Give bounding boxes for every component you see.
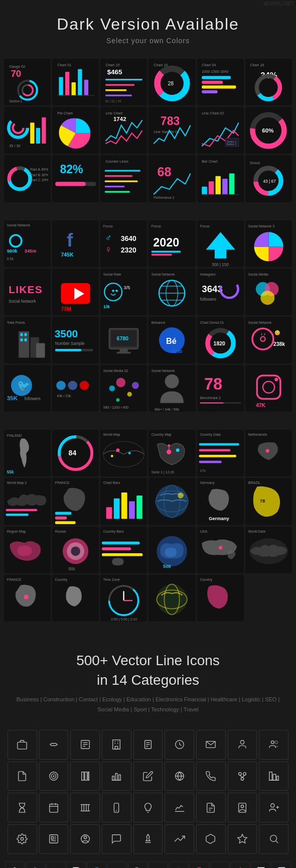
charts-section: Gauge 02 70 Section 1 Chart 01 bbox=[0, 55, 296, 206]
map-cell-globe-3d bbox=[149, 478, 195, 525]
svg-rect-226 bbox=[106, 508, 112, 519]
small-icon-list: 📋 bbox=[26, 861, 45, 868]
small-icon-diamond: ♦ bbox=[149, 861, 168, 868]
svg-text:00c: 00c bbox=[69, 567, 75, 571]
icon-chart-bar bbox=[102, 762, 131, 791]
map-cell-usa: USA bbox=[197, 527, 244, 573]
svg-text:Focus: Focus bbox=[200, 224, 209, 227]
large-icons-grid bbox=[0, 725, 296, 859]
svg-rect-8 bbox=[59, 77, 63, 95]
svg-text:78: 78 bbox=[260, 499, 265, 504]
svg-rect-79 bbox=[229, 173, 234, 194]
svg-line-304 bbox=[242, 775, 245, 778]
chart-cell-9: Line Chart 1742 bbox=[100, 107, 147, 154]
svg-rect-78 bbox=[222, 179, 227, 194]
chart-cell-13: Part A 45% Part B 30% Part C 25% bbox=[4, 155, 51, 202]
svg-point-180 bbox=[116, 398, 120, 402]
svg-rect-309 bbox=[50, 804, 58, 812]
svg-rect-41 bbox=[36, 128, 40, 144]
svg-text:Germany: Germany bbox=[209, 516, 229, 521]
svg-point-173 bbox=[80, 381, 89, 390]
svg-text:Social Network: Social Network bbox=[7, 223, 31, 226]
svg-rect-229 bbox=[129, 502, 135, 519]
svg-point-38 bbox=[13, 122, 23, 133]
svg-point-286 bbox=[271, 741, 274, 744]
svg-text:580 / 1260 / 400: 580 / 1260 / 400 bbox=[103, 406, 128, 409]
svg-rect-296 bbox=[119, 775, 121, 780]
svg-text:3500: 3500 bbox=[55, 328, 78, 339]
svg-point-264 bbox=[157, 584, 188, 614]
map-cell-pins: Country Map Serie 1 | 12.20 bbox=[149, 430, 195, 476]
svg-point-206 bbox=[176, 448, 180, 452]
svg-rect-40 bbox=[30, 122, 34, 144]
svg-text:2020: 2020 bbox=[154, 236, 180, 249]
svg-point-325 bbox=[241, 805, 244, 808]
svg-marker-104 bbox=[206, 232, 235, 258]
map-cell-russia: Russia 00c bbox=[52, 527, 99, 573]
icon-target bbox=[39, 762, 69, 791]
icon-pillars bbox=[70, 793, 100, 822]
map-cell-red-country: Country bbox=[197, 575, 244, 622]
svg-point-289 bbox=[51, 774, 56, 778]
icon-star bbox=[228, 824, 257, 854]
svg-text:Social Network: Social Network bbox=[152, 273, 175, 276]
svg-text:73M: 73M bbox=[61, 306, 72, 312]
chart-cell-7: 35 / 30 bbox=[4, 107, 51, 154]
social-cell-youtube: 73M bbox=[52, 269, 99, 315]
svg-rect-140 bbox=[21, 338, 23, 341]
map-cell-bars-colored: Chart Bars bbox=[100, 478, 147, 525]
svg-rect-224 bbox=[55, 522, 76, 525]
svg-text:81 | 01 | 44: 81 | 01 | 44 bbox=[105, 99, 121, 103]
svg-text:Social Rate: Social Rate bbox=[103, 273, 121, 276]
svg-text:♂: ♂ bbox=[105, 232, 112, 242]
small-icons-grid-1: 🏦 📋 🐾 📝 👤 ↑ 🔍 ♦ 🏢 🚫 ✉ 📤 📊 📉 bbox=[0, 859, 296, 868]
small-icon-bank: 🏦 bbox=[5, 861, 25, 868]
icon-mobile bbox=[102, 793, 131, 822]
map-cell-world-2: World Map 2 bbox=[4, 478, 51, 525]
svg-rect-30 bbox=[202, 85, 236, 88]
svg-text:Social Network 3: Social Network 3 bbox=[248, 224, 274, 227]
icon-address-book bbox=[228, 793, 257, 822]
chart-cell-14: 82% bbox=[52, 155, 99, 202]
svg-text:Chart Donut 01: Chart Donut 01 bbox=[200, 321, 223, 324]
svg-text:Focus: Focus bbox=[103, 224, 113, 227]
svg-rect-222 bbox=[55, 512, 72, 515]
map-cell-france-2: FRANCE bbox=[4, 575, 51, 622]
svg-rect-139 bbox=[25, 333, 27, 336]
svg-rect-307 bbox=[276, 776, 278, 780]
svg-text:Social Network: Social Network bbox=[248, 321, 272, 324]
chart-cell-17: Bar Chart bbox=[197, 155, 244, 202]
svg-rect-145 bbox=[55, 349, 81, 351]
section-sep-2 bbox=[0, 416, 296, 426]
section-sep-1 bbox=[0, 206, 296, 216]
svg-text:$465: $465 bbox=[107, 68, 122, 76]
icon-clock bbox=[165, 730, 194, 760]
svg-text:Line Chart: Line Chart bbox=[105, 111, 122, 115]
svg-text:♀: ♀ bbox=[105, 244, 112, 255]
svg-point-256 bbox=[24, 594, 29, 599]
icon-clipboard bbox=[133, 730, 163, 760]
svg-point-201 bbox=[116, 448, 120, 452]
small-icon-down-trend: 📉 bbox=[271, 861, 291, 868]
social-cell-instagram: 47K bbox=[245, 365, 292, 412]
map-cell-netherlands: Netherlands bbox=[245, 430, 292, 476]
icon-user-plus bbox=[259, 793, 288, 822]
svg-text:1820: 1820 bbox=[213, 341, 225, 346]
svg-rect-223 bbox=[55, 517, 67, 520]
svg-text:783: 783 bbox=[161, 114, 180, 128]
svg-text:f: f bbox=[67, 229, 73, 251]
svg-text:🐦: 🐦 bbox=[17, 379, 31, 392]
svg-text:Social Network: Social Network bbox=[9, 299, 36, 303]
svg-text:43k / 23k: 43k / 23k bbox=[57, 394, 71, 398]
map-cell-small-country: Country bbox=[52, 575, 99, 622]
svg-rect-330 bbox=[50, 835, 58, 843]
social-section: Social Network 980k 345m 0.5k f 745K Foc… bbox=[0, 216, 296, 416]
svg-point-300 bbox=[239, 773, 242, 776]
icon-plane bbox=[196, 824, 226, 854]
svg-text:followers: followers bbox=[200, 297, 216, 302]
svg-text:28: 28 bbox=[168, 81, 174, 86]
social-cell-person: Social Network 46k+ / 34k / 56k bbox=[149, 365, 195, 412]
social-cell-pie-social: Social Network 3 bbox=[245, 220, 292, 267]
svg-text:3640: 3640 bbox=[121, 234, 136, 242]
svg-text:Time Zone: Time Zone bbox=[103, 577, 120, 581]
